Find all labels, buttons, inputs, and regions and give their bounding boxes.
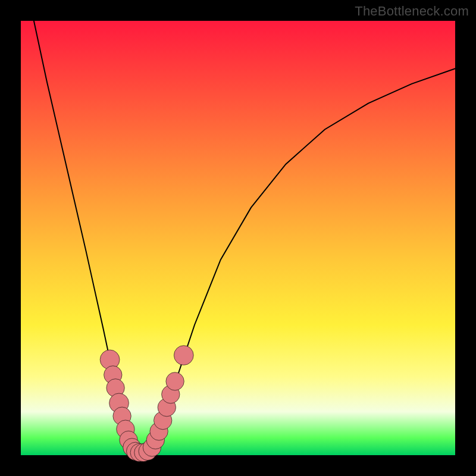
chart-frame: TheBottleneck.com [0, 0, 476, 476]
chart-plot-area [21, 21, 455, 455]
bottleneck-curve [21, 21, 455, 455]
curve-beads [100, 346, 193, 462]
bead [166, 372, 184, 390]
bead [174, 346, 193, 365]
watermark-text: TheBottleneck.com [355, 4, 469, 19]
curve-path [34, 21, 455, 453]
